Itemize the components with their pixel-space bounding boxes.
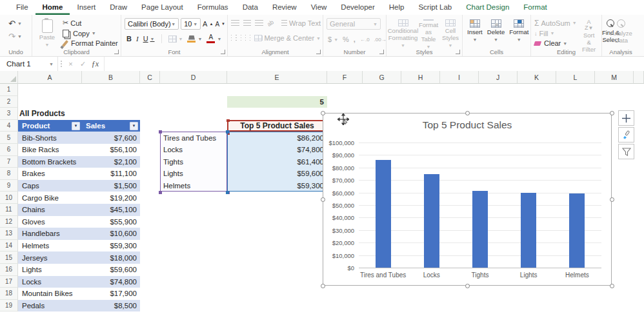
cell-e4-top5-title[interactable]: Top 5 Product Sales bbox=[227, 120, 327, 132]
cell-styles-button[interactable]: Cell Styles▼ bbox=[441, 18, 460, 48]
filter-dropdown-icon[interactable]: ▼ bbox=[72, 122, 80, 130]
dialog-launcher-icon[interactable] bbox=[221, 50, 225, 54]
column-header-F[interactable]: F bbox=[327, 71, 363, 84]
column-header-B[interactable]: B bbox=[82, 71, 140, 84]
table-cell-product[interactable]: Mountain Bikes bbox=[18, 288, 82, 300]
column-header-J[interactable]: J bbox=[479, 71, 518, 84]
fill-button[interactable]: ↓Fill▼ bbox=[534, 29, 577, 38]
top5-sales-cell[interactable]: $59,600 bbox=[227, 168, 327, 180]
tab-formulas[interactable]: Formulas bbox=[190, 0, 236, 15]
row-header-13[interactable]: 13 bbox=[0, 228, 18, 240]
column-header-partial[interactable] bbox=[634, 71, 644, 84]
top5-product-cell[interactable]: Locks bbox=[160, 144, 227, 156]
bar-locks[interactable] bbox=[424, 174, 439, 268]
bar-helmets[interactable] bbox=[569, 193, 585, 268]
top5-product-cell[interactable]: Lights bbox=[160, 168, 227, 180]
table-cell-product[interactable]: Caps bbox=[18, 180, 82, 192]
table-header-sales[interactable]: Sales▼ bbox=[82, 120, 140, 132]
y-axis-tick-label[interactable]: $70,000 bbox=[323, 177, 354, 184]
font-color-button[interactable]: A▼ bbox=[206, 34, 221, 44]
column-header-G[interactable]: G bbox=[363, 71, 401, 84]
column-header-A[interactable]: A bbox=[18, 71, 82, 84]
decrease-indent-icon[interactable] bbox=[245, 35, 246, 41]
italic-button[interactable]: I bbox=[136, 34, 139, 44]
chart-selection-handle[interactable] bbox=[610, 197, 614, 202]
wrap-text-button[interactable]: Wrap Text bbox=[281, 18, 321, 28]
cell-e2-top-n-value[interactable]: 5 bbox=[227, 96, 327, 108]
row-header-9[interactable]: 9 bbox=[0, 180, 18, 192]
decrease-font-size-button[interactable]: A▼ bbox=[215, 19, 225, 29]
chart-styles-button[interactable] bbox=[618, 127, 634, 143]
y-axis-tick-label[interactable]: $30,000 bbox=[323, 227, 354, 234]
y-axis-tick-label[interactable]: $90,000 bbox=[323, 152, 354, 159]
table-cell-product[interactable]: Gloves bbox=[18, 216, 82, 228]
table-cell-sales[interactable]: $56,100 bbox=[82, 144, 140, 156]
accounting-format-button[interactable]: $ ▼ bbox=[328, 34, 338, 44]
dialog-launcher-icon[interactable] bbox=[114, 50, 119, 54]
formula-input[interactable] bbox=[104, 57, 644, 71]
table-cell-product[interactable]: Brakes bbox=[18, 168, 82, 180]
fill-color-button[interactable]: ▼ bbox=[187, 34, 202, 44]
enter-check-icon[interactable]: ✓ bbox=[77, 60, 89, 68]
tab-script-lab[interactable]: Script Lab bbox=[411, 0, 459, 15]
align-center-icon[interactable] bbox=[236, 35, 236, 41]
redo-button[interactable]: ↷▼ bbox=[8, 31, 30, 41]
chart-selection-handle[interactable] bbox=[610, 284, 614, 288]
insert-function-icon[interactable]: ƒx bbox=[89, 59, 101, 69]
table-header-product[interactable]: Product▼ bbox=[18, 120, 82, 132]
table-cell-sales[interactable]: $18,000 bbox=[82, 252, 140, 264]
column-header-D[interactable]: D bbox=[160, 71, 227, 84]
column-header-L[interactable]: L bbox=[556, 71, 595, 84]
comma-style-button[interactable]: , bbox=[354, 34, 356, 44]
select-all-corner[interactable] bbox=[0, 71, 18, 84]
table-cell-product[interactable]: Handlebars bbox=[18, 228, 82, 240]
increase-font-size-button[interactable]: A▲ bbox=[203, 19, 213, 29]
tab-draw[interactable]: Draw bbox=[103, 0, 134, 15]
borders-button[interactable]: ▼ bbox=[168, 34, 183, 44]
row-header-8[interactable]: 8 bbox=[0, 168, 18, 180]
y-axis-tick-label[interactable]: $20,000 bbox=[323, 239, 354, 246]
align-bottom-icon[interactable] bbox=[255, 20, 263, 26]
percent-style-button[interactable]: % bbox=[343, 34, 349, 44]
row-header-11[interactable]: 11 bbox=[0, 204, 18, 216]
column-header-E[interactable]: E bbox=[227, 71, 327, 84]
bar-tights[interactable] bbox=[472, 191, 488, 268]
row-header-10[interactable]: 10 bbox=[0, 192, 18, 204]
y-axis-tick-label[interactable]: $10,000 bbox=[323, 252, 354, 259]
row-header-5[interactable]: 5 bbox=[0, 132, 18, 144]
row-header-3[interactable]: 3 bbox=[0, 108, 18, 120]
cut-button[interactable]: ✂Cut bbox=[63, 19, 118, 28]
column-header-C[interactable]: C bbox=[140, 71, 160, 84]
clear-button[interactable]: Clear▼ bbox=[534, 39, 577, 48]
name-box[interactable]: Chart 1▼ bbox=[0, 57, 58, 71]
bar-lights[interactable] bbox=[521, 193, 536, 268]
table-cell-sales[interactable]: $8,500 bbox=[82, 300, 140, 312]
tab-insert[interactable]: Insert bbox=[70, 0, 103, 15]
chart-selection-handle[interactable] bbox=[465, 111, 470, 115]
tab-review[interactable]: Review bbox=[265, 0, 304, 15]
y-axis-tick-label[interactable]: $50,000 bbox=[323, 202, 354, 209]
increase-indent-icon[interactable] bbox=[250, 35, 250, 41]
cancel-icon[interactable]: × bbox=[65, 60, 77, 68]
table-cell-product[interactable]: Jerseys bbox=[18, 252, 82, 264]
chart-selection-handle[interactable] bbox=[465, 284, 470, 288]
table-cell-product[interactable]: Locks bbox=[18, 276, 82, 288]
top5-product-cell[interactable]: Helmets bbox=[160, 180, 227, 192]
top5-sales-cell[interactable]: $61,400 bbox=[227, 156, 327, 168]
column-header-I[interactable]: I bbox=[440, 71, 479, 84]
table-cell-product[interactable]: Cargo Bike bbox=[18, 192, 82, 204]
table-cell-sales[interactable]: $59,300 bbox=[82, 240, 140, 252]
table-cell-product[interactable]: Chains bbox=[18, 204, 82, 216]
chart-selection-handle[interactable] bbox=[321, 284, 325, 288]
increase-decimal-button[interactable]: ←.0 bbox=[360, 34, 370, 44]
row-header-4[interactable]: 4 bbox=[0, 120, 18, 132]
format-cells-button[interactable]: Format▼ bbox=[508, 18, 530, 48]
column-header-K[interactable]: K bbox=[518, 71, 556, 84]
chart-filters-button[interactable] bbox=[618, 144, 634, 159]
align-top-icon[interactable] bbox=[231, 20, 239, 26]
row-header-6[interactable]: 6 bbox=[0, 144, 18, 156]
delete-cells-button[interactable]: Delete▼ bbox=[486, 18, 506, 48]
conditional-formatting-button[interactable]: Conditional Formatting▼ bbox=[390, 18, 416, 48]
tab-view[interactable]: View bbox=[304, 0, 334, 15]
column-header-H[interactable]: H bbox=[401, 71, 440, 84]
